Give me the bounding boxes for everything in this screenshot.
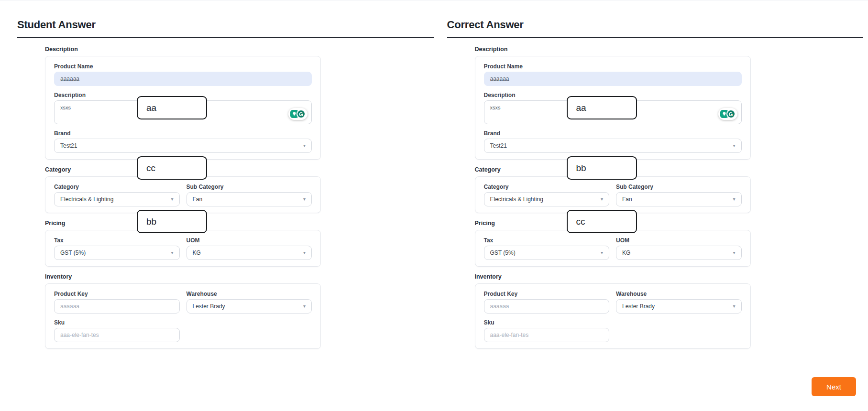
tax-select[interactable]: GST (5%) ▾ <box>484 246 610 260</box>
uom-select[interactable]: KG ▾ <box>616 246 742 260</box>
product-name-input[interactable] <box>54 72 312 86</box>
sku-input[interactable] <box>54 328 180 342</box>
section-label-description: Description <box>45 46 321 53</box>
chevron-down-icon: ▾ <box>303 250 306 255</box>
chevron-down-icon: ▾ <box>601 197 603 202</box>
chevron-down-icon: ▾ <box>733 197 735 202</box>
tax-select-value: GST (5%) <box>490 249 516 256</box>
warehouse-select-value: Lester Brady <box>193 303 225 310</box>
sku-row: Sku <box>484 319 742 342</box>
brand-label: Brand <box>484 130 742 137</box>
annotation-text: aa <box>576 103 586 113</box>
annotation-text: cc <box>576 216 585 227</box>
product-name-input[interactable] <box>484 72 742 86</box>
grammarly-g-icon[interactable]: G <box>726 109 736 119</box>
sku-input[interactable] <box>484 328 610 342</box>
product-key-input[interactable] <box>484 299 610 314</box>
annotation-box-pricing: bb <box>137 210 207 233</box>
warehouse-field: Warehouse Lester Brady ▾ <box>187 291 312 314</box>
product-name-label: Product Name <box>484 63 742 70</box>
grammarly-g-icon[interactable]: G <box>297 109 306 119</box>
sku-label: Sku <box>54 319 180 326</box>
warehouse-select[interactable]: Lester Brady ▾ <box>616 299 742 314</box>
sku-row-spacer <box>616 319 742 342</box>
annotation-box-description: aa <box>137 96 207 119</box>
chevron-down-icon: ▾ <box>601 250 603 255</box>
product-key-field: Product Key <box>54 291 180 314</box>
section-label-inventory: Inventory <box>475 273 751 280</box>
category-card: Category Electricals & Lighting ▾ Sub Ca… <box>475 176 751 213</box>
uom-label: UOM <box>616 237 742 244</box>
brand-select[interactable]: Test21 ▾ <box>484 139 742 153</box>
tax-label: Tax <box>54 237 180 244</box>
annotation-text: cc <box>146 163 155 173</box>
pricing-card: Tax GST (5%) ▾ UOM KG ▾ <box>45 230 321 267</box>
description-text: xsxs <box>60 105 71 110</box>
category-select[interactable]: Electricals & Lighting ▾ <box>54 192 180 206</box>
sub-category-field: Sub Category Fan ▾ <box>187 184 312 206</box>
comparison-page: Student Answer Description Product Name … <box>0 0 868 411</box>
brand-field: Brand Test21 ▾ <box>484 130 742 153</box>
annotation-box-category: cc <box>137 156 207 180</box>
brand-select-value: Test21 <box>60 142 77 149</box>
annotation-text: bb <box>576 163 586 173</box>
product-key-label: Product Key <box>484 291 610 297</box>
uom-field: UOM KG ▾ <box>187 237 312 260</box>
chevron-down-icon: ▾ <box>733 250 735 255</box>
tax-field: Tax GST (5%) ▾ <box>54 237 180 260</box>
annotation-box-description: aa <box>567 96 637 119</box>
inventory-row: Product Key Warehouse Lester Brady ▾ <box>484 291 742 314</box>
grammarly-widget[interactable]: G <box>288 108 308 120</box>
annotation-text: aa <box>146 103 156 113</box>
correct-answer-panel: Correct Answer Description Product Name … <box>447 19 864 411</box>
chevron-down-icon: ▾ <box>303 143 306 148</box>
product-name-label: Product Name <box>54 63 312 70</box>
sub-category-select-value: Fan <box>622 196 632 203</box>
annotation-text: bb <box>146 216 156 227</box>
inventory-card: Product Key Warehouse Lester Brady ▾ Sku <box>45 283 321 349</box>
uom-select[interactable]: KG ▾ <box>187 246 312 260</box>
inventory-card: Product Key Warehouse Lester Brady ▾ Sku <box>475 283 751 349</box>
tax-select-value: GST (5%) <box>60 249 86 256</box>
sku-field: Sku <box>484 319 610 342</box>
category-label: Category <box>484 184 610 190</box>
annotation-box-pricing: cc <box>567 210 637 233</box>
section-label-inventory: Inventory <box>45 273 321 280</box>
next-button[interactable]: Next <box>812 377 856 396</box>
category-field: Category Electricals & Lighting ▾ <box>54 184 180 206</box>
sub-category-select[interactable]: Fan ▾ <box>616 192 742 206</box>
uom-select-value: KG <box>622 249 630 256</box>
chevron-down-icon: ▾ <box>303 197 306 202</box>
warehouse-label: Warehouse <box>187 291 312 297</box>
sub-category-select-value: Fan <box>193 196 203 203</box>
student-answer-panel: Student Answer Description Product Name … <box>17 19 434 411</box>
uom-select-value: KG <box>193 249 201 256</box>
sku-label: Sku <box>484 319 610 326</box>
brand-select[interactable]: Test21 ▾ <box>54 139 312 153</box>
brand-field: Brand Test21 ▾ <box>54 130 312 153</box>
category-label: Category <box>54 184 180 190</box>
grammarly-widget[interactable]: G <box>718 108 737 120</box>
sub-category-label: Sub Category <box>187 184 312 190</box>
category-field: Category Electricals & Lighting ▾ <box>484 184 610 206</box>
student-answer-title: Student Answer <box>17 19 434 38</box>
correct-product-form: Description Product Name Description xsx… <box>475 46 751 349</box>
tax-label: Tax <box>484 237 610 244</box>
sub-category-field: Sub Category Fan ▾ <box>616 184 742 206</box>
pricing-card: Tax GST (5%) ▾ UOM KG ▾ <box>475 230 751 267</box>
product-key-field: Product Key <box>484 291 610 314</box>
warehouse-select[interactable]: Lester Brady ▾ <box>187 299 312 314</box>
category-card: Category Electricals & Lighting ▾ Sub Ca… <box>45 176 321 213</box>
tax-select[interactable]: GST (5%) ▾ <box>54 246 180 260</box>
product-key-label: Product Key <box>54 291 180 297</box>
sub-category-select[interactable]: Fan ▾ <box>187 192 312 206</box>
product-name-field: Product Name <box>484 63 742 86</box>
category-select[interactable]: Electricals & Lighting ▾ <box>484 192 610 206</box>
sku-row: Sku <box>54 319 312 342</box>
chevron-down-icon: ▾ <box>733 143 735 148</box>
category-select-value: Electricals & Lighting <box>490 196 543 203</box>
sub-category-label: Sub Category <box>616 184 742 190</box>
brand-label: Brand <box>54 130 312 137</box>
inventory-row: Product Key Warehouse Lester Brady ▾ <box>54 291 312 314</box>
product-key-input[interactable] <box>54 299 180 314</box>
